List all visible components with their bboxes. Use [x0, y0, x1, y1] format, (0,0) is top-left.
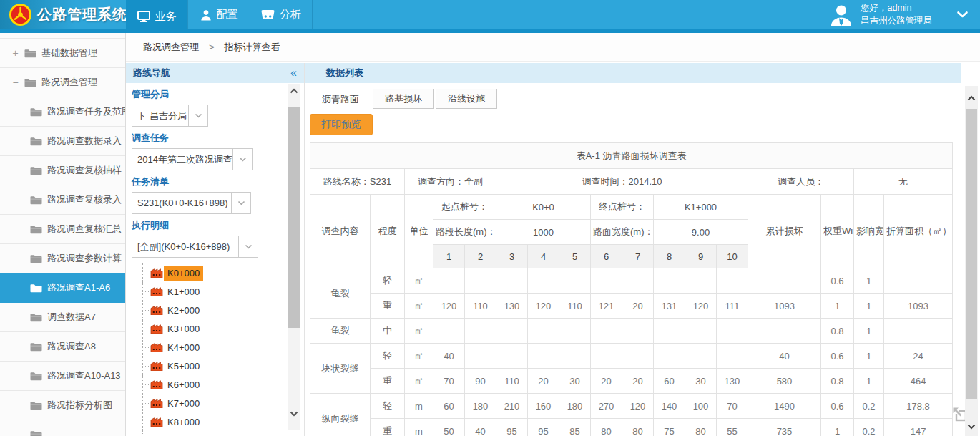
tree-item-label: K6+000 — [164, 377, 203, 392]
nav-analysis[interactable]: 分析 — [250, 0, 313, 29]
task-select[interactable]: 2014年第二次路况调查 — [132, 148, 298, 170]
app-title: 公路管理系统 — [37, 5, 127, 24]
breadcrumb-separator: > — [209, 42, 215, 52]
app-root: 公路管理系统 业务配置分析 您好，admin 昌吉州公路管理局 — [0, 0, 980, 436]
collapse-panel-icon[interactable]: « — [290, 67, 297, 79]
tree-item-K6+000[interactable]: K6+000 — [139, 375, 298, 394]
tree-item-K0+000[interactable]: K0+000 — [139, 263, 298, 282]
sidebar-item-label: 路况调查参数计算 — [47, 252, 122, 265]
route-nav-panel: 路线导航 « 管理分局ト 昌吉分局调查任务2014年第二次路况调查任务清单S23… — [126, 63, 305, 436]
sidebar-item-survey-a8[interactable]: 路况调查A8 — [0, 332, 125, 362]
content-scrollbar[interactable] — [965, 86, 978, 436]
sidebar-item-indicator-analysis-chart[interactable]: 路况指标分析图 — [0, 391, 125, 420]
tree-item-K1+000[interactable]: K1+000 — [139, 282, 298, 301]
tasklist-select[interactable]: S231(K0+0-K16+898) — [132, 192, 298, 214]
breadcrumb: 路况调查管理 > 指标计算查看 — [126, 33, 980, 62]
data-list-header: 数据列表 — [305, 63, 961, 83]
tree-item-label: K0+000 — [164, 266, 203, 281]
folder-icon — [30, 401, 42, 410]
cumulative-cell: 1093 — [748, 294, 821, 319]
sidebar-item-survey-parameter-calc[interactable]: 路况调查参数计算 — [0, 244, 125, 273]
scroll-down-icon[interactable] — [288, 407, 300, 420]
degree-cell: 重 — [371, 294, 405, 319]
section-value-cell — [559, 268, 591, 294]
col-header-impact-width: 影响宽度 — [854, 195, 884, 268]
impact-width-cell: 1 — [854, 268, 884, 294]
print-preview-button[interactable]: 打印预览 — [310, 114, 373, 135]
sidebar-item-label: 路况调查复核抽样 — [47, 164, 122, 177]
nav-label: 业务 — [155, 10, 177, 24]
logo-section: 公路管理系统 — [0, 0, 126, 29]
tree-item-K9+000[interactable]: K9+000 — [139, 431, 298, 436]
sidebar-item-survey-data-a7[interactable]: 调查数据A7 — [0, 303, 125, 332]
tree-item-K2+000[interactable]: K2+000 — [139, 301, 298, 319]
chevron-down-icon[interactable] — [189, 105, 208, 127]
weight-cell: 0.6 — [821, 394, 854, 419]
cumulative-cell — [748, 319, 821, 344]
nav-config[interactable]: 配置 — [187, 0, 250, 29]
bureau-select[interactable]: ト 昌吉分局 — [132, 105, 298, 127]
factory-icon — [150, 361, 163, 371]
user-menu-toggle[interactable] — [944, 0, 980, 29]
expander-icon[interactable]: + — [11, 47, 19, 59]
sidebar-item-survey-review-entry[interactable]: 路况调查复核录入 — [0, 185, 125, 215]
detail-select[interactable]: [全副](K0+0-K16+898) — [132, 236, 298, 258]
route-nav-scrollbar[interactable] — [288, 84, 300, 430]
select-value: [全副](K0+0-K16+898) — [132, 236, 239, 258]
bureau-section-label: 管理分局 — [132, 89, 298, 100]
tree-item-K3+000[interactable]: K3+000 — [139, 319, 298, 338]
folder-icon — [30, 342, 42, 352]
sidebar-item-basic-data-management[interactable]: +基础数据管理 — [0, 39, 125, 68]
tree-item-K4+000[interactable]: K4+000 — [139, 338, 298, 357]
impact-width-cell: 0.2 — [854, 394, 884, 419]
section-value-cell: 20 — [622, 369, 654, 394]
section-value-cell: 120 — [685, 294, 717, 319]
section-value-cell: 120 — [433, 294, 465, 319]
tree-item-K5+000[interactable]: K5+000 — [139, 357, 298, 375]
sidebar-item-survey-a1-a6[interactable]: 路况调查A1-A6 — [0, 273, 125, 303]
table-row: 纵向裂缝轻m601802101601802701201401007014900.… — [310, 394, 953, 419]
table-row: 龟裂轻㎡0.61 — [310, 268, 953, 294]
tab-roadbed-damage[interactable]: 路基损坏 — [373, 89, 434, 109]
folder-icon — [30, 313, 42, 322]
sidebar-item-survey-review-summary[interactable]: 路况调查复核汇总 — [0, 215, 125, 244]
chevron-down-icon[interactable] — [233, 148, 253, 170]
expander-icon[interactable]: − — [11, 77, 19, 88]
section-value-cell: 210 — [496, 394, 528, 419]
section-col-8: 8 — [654, 245, 685, 268]
section-value-cell: 60 — [654, 369, 685, 394]
scroll-down-icon[interactable] — [965, 420, 978, 433]
cumulative-cell: 1490 — [748, 394, 821, 419]
scroll-up-icon[interactable] — [288, 84, 300, 97]
tab-asphalt-pavement[interactable]: 沥青路面 — [310, 89, 371, 110]
user-info[interactable]: 您好，admin 昌吉州公路管理局 — [817, 0, 944, 29]
chevron-down-icon[interactable] — [232, 192, 251, 214]
scrollbar-thumb[interactable] — [966, 109, 977, 399]
sidebar-item-partial-bottom-item[interactable] — [0, 420, 125, 436]
scrollbar-thumb[interactable] — [288, 107, 300, 328]
folder-icon — [24, 49, 36, 58]
sidebar-item-survey-a10-a13[interactable]: 路况调查A10-A13 — [0, 362, 125, 391]
route-nav-body: 管理分局ト 昌吉分局调查任务2014年第二次路况调查任务清单S231(K0+0-… — [126, 83, 304, 436]
sidebar-item-survey-review-sampling[interactable]: 路况调查复核抽样 — [0, 156, 125, 185]
sidebar-item-label: 路况调查A1-A6 — [47, 281, 110, 294]
sidebar-item-road-survey-management[interactable]: −路况调查管理 — [0, 68, 125, 97]
factory-icon — [150, 305, 163, 315]
app-logo-icon — [9, 3, 32, 26]
scroll-up-icon[interactable] — [965, 92, 978, 105]
section-value-cell — [591, 268, 622, 294]
tab-roadside-facilities[interactable]: 沿线设施 — [436, 89, 497, 109]
section-value-cell — [622, 319, 654, 344]
section-value-cell: 131 — [654, 294, 685, 319]
nav-business[interactable]: 业务 — [126, 0, 187, 33]
folder-icon — [30, 284, 42, 293]
sidebar-item-survey-task-and-scope[interactable]: 路况调查任务及范围 — [0, 97, 125, 127]
tree-item-K7+000[interactable]: K7+000 — [139, 394, 298, 412]
tree-item-K8+000[interactable]: K8+000 — [139, 412, 298, 431]
breadcrumb-item-parent[interactable]: 路况调查管理 — [143, 41, 199, 54]
section-col-10: 10 — [717, 245, 748, 268]
segment-length-value: 1000 — [496, 220, 591, 245]
chevron-down-icon[interactable] — [239, 236, 258, 258]
sidebar-item-survey-data-entry[interactable]: 路况调查数据录入 — [0, 127, 125, 156]
section-col-1: 1 — [433, 245, 465, 268]
